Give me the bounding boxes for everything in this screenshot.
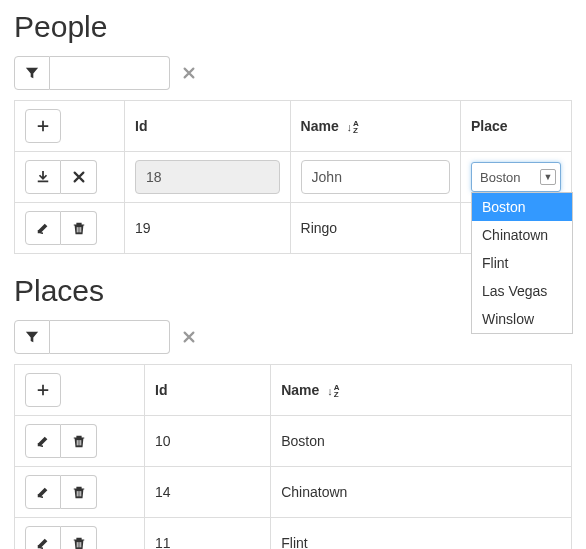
cell-id: 11 — [145, 518, 271, 550]
close-icon — [182, 330, 196, 344]
places-filter-clear[interactable] — [170, 320, 208, 354]
people-col-id[interactable]: Id — [125, 101, 291, 152]
people-table: Id Name ↓AZ Place — [14, 100, 572, 254]
sort-asc-icon: ↓AZ — [347, 120, 359, 134]
people-col-name-label: Name — [301, 118, 339, 134]
row-delete-button[interactable] — [61, 424, 97, 458]
people-title: People — [14, 10, 572, 44]
people-cancel-button[interactable] — [61, 160, 97, 194]
filter-icon — [25, 66, 39, 80]
row-delete-button[interactable] — [61, 526, 97, 549]
row-edit-button[interactable] — [25, 526, 61, 549]
table-row: 11 Flint — [15, 518, 572, 550]
people-add-button[interactable] — [25, 109, 61, 143]
dropdown-option[interactable]: Chinatown — [472, 221, 572, 249]
cell-name: Boston — [271, 416, 572, 467]
dropdown-option[interactable]: Boston — [472, 193, 572, 221]
people-filter-clear[interactable] — [170, 56, 208, 90]
filter-icon — [25, 330, 39, 344]
pencil-icon — [36, 485, 50, 499]
people-filter-input[interactable] — [50, 56, 170, 90]
trash-icon — [72, 221, 86, 235]
pencil-icon — [36, 434, 50, 448]
cell-id: 10 — [145, 416, 271, 467]
sort-asc-icon: ↓AZ — [327, 384, 339, 398]
people-place-dropdown: Boston Chinatown Flint Las Vegas Winslow — [471, 192, 573, 334]
cell-name: Ringo — [290, 203, 460, 254]
places-filter-button[interactable] — [14, 320, 50, 354]
pencil-icon — [36, 536, 50, 549]
places-col-name-label: Name — [281, 382, 319, 398]
places-table: Id Name ↓AZ 10 Boston — [14, 364, 572, 549]
people-edit-name-input[interactable] — [301, 160, 450, 194]
row-edit-button[interactable] — [25, 424, 61, 458]
chevron-down-icon: ▼ — [540, 169, 556, 185]
cell-id: 19 — [125, 203, 291, 254]
people-edit-place-value: Boston — [480, 170, 520, 185]
cell-id: 14 — [145, 467, 271, 518]
people-edit-place-select[interactable]: Boston ▼ Boston Chinatown Flint Las Vega… — [471, 162, 561, 192]
people-col-name[interactable]: Name ↓AZ — [290, 101, 460, 152]
pencil-icon — [36, 221, 50, 235]
table-row: 14 Chinatown — [15, 467, 572, 518]
cell-name: Flint — [271, 518, 572, 550]
trash-icon — [72, 434, 86, 448]
trash-icon — [72, 536, 86, 549]
people-edit-row: Boston ▼ Boston Chinatown Flint Las Vega… — [15, 152, 572, 203]
places-filter-input[interactable] — [50, 320, 170, 354]
row-edit-button[interactable] — [25, 475, 61, 509]
dropdown-option[interactable]: Flint — [472, 249, 572, 277]
download-icon — [36, 170, 50, 184]
trash-icon — [72, 485, 86, 499]
row-edit-button[interactable] — [25, 211, 61, 245]
people-save-button[interactable] — [25, 160, 61, 194]
table-row: 10 Boston — [15, 416, 572, 467]
people-filter-bar — [14, 56, 572, 90]
cell-name: Chinatown — [271, 467, 572, 518]
plus-icon — [36, 383, 50, 397]
people-col-place[interactable]: Place — [460, 101, 571, 152]
plus-icon — [36, 119, 50, 133]
dropdown-option[interactable]: Winslow — [472, 305, 572, 333]
close-icon — [72, 170, 86, 184]
row-delete-button[interactable] — [61, 211, 97, 245]
places-col-id[interactable]: Id — [145, 365, 271, 416]
places-col-name[interactable]: Name ↓AZ — [271, 365, 572, 416]
people-edit-id-input — [135, 160, 280, 194]
dropdown-option[interactable]: Las Vegas — [472, 277, 572, 305]
people-section: People Id Name ↓A — [14, 10, 572, 254]
row-delete-button[interactable] — [61, 475, 97, 509]
places-add-button[interactable] — [25, 373, 61, 407]
people-filter-button[interactable] — [14, 56, 50, 90]
close-icon — [182, 66, 196, 80]
